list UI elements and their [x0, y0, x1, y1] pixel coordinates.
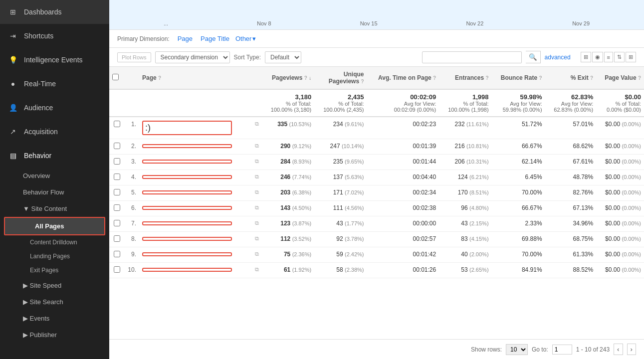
summary-exit-pct: 62.83% Avg for View: 62.83% (0.00%)	[545, 89, 597, 117]
col-bounce-rate[interactable]: Bounce Rate ?	[492, 67, 545, 89]
pv-help-icon[interactable]: ?	[304, 75, 307, 81]
row-page-3[interactable]	[139, 170, 252, 185]
sidebar-site-search[interactable]: ▶ Site Search	[0, 294, 109, 310]
data-table-container: Page ? Pageviews ? ↓ UniquePageviews ? A…	[109, 67, 644, 339]
bar-view-btn[interactable]: ≡	[604, 52, 613, 62]
next-page-btn[interactable]: ›	[627, 344, 636, 355]
sidebar-all-pages[interactable]: All Pages	[4, 217, 105, 235]
dim-page-btn[interactable]: Page	[176, 34, 195, 43]
advanced-link[interactable]: advanced	[545, 54, 571, 61]
avgtime-help-icon[interactable]: ?	[433, 75, 436, 81]
sidebar-overview[interactable]: Overview	[0, 168, 109, 184]
pie-view-btn[interactable]: ◉	[592, 52, 603, 62]
row-checkbox-1[interactable]	[109, 139, 124, 155]
sidebar-landing-pages[interactable]: Landing Pages	[0, 249, 109, 263]
show-rows-select[interactable]: 10	[506, 344, 528, 355]
row-page-6[interactable]	[139, 216, 252, 232]
page-help-icon[interactable]: ?	[158, 75, 161, 81]
col-unique-pv[interactable]: UniquePageviews ?	[314, 67, 367, 89]
upv-help-icon[interactable]: ?	[361, 79, 364, 84]
row-checkbox-2[interactable]	[109, 155, 124, 170]
sidebar-item-audience[interactable]: 👤 Audience	[0, 96, 109, 120]
row-checkbox-6[interactable]	[109, 216, 124, 232]
row-link-icon-9[interactable]: ⧉	[252, 263, 262, 278]
secondary-dim-select[interactable]: Secondary dimension	[155, 51, 230, 63]
row-link-icon-0[interactable]: ⧉	[252, 117, 262, 139]
sort-type-select[interactable]: Default	[265, 51, 301, 63]
summary-page-value: $0.00 % of Total: 0.00% ($0.00)	[596, 89, 644, 117]
row-page-2[interactable]	[139, 155, 252, 170]
compare-view-btn[interactable]: ⇅	[614, 52, 625, 62]
table-view-btn[interactable]: ⊞	[581, 52, 591, 62]
table-row: 1. :) ⧉ 335 (10.53%) 234 (9.61%) 00:02:2…	[109, 117, 644, 139]
row-page-9[interactable]	[139, 263, 252, 278]
row-link-icon-2[interactable]: ⧉	[252, 155, 262, 170]
row-page-7[interactable]	[139, 232, 252, 247]
col-page-value[interactable]: Page Value ?	[596, 67, 644, 89]
row-checkbox-7[interactable]	[109, 232, 124, 247]
sidebar-item-intelligence-events[interactable]: 💡 Intelligence Events	[0, 48, 109, 72]
date-label-dots: ...	[164, 20, 168, 26]
col-entrances[interactable]: Entrances ?	[439, 67, 491, 89]
goto-input[interactable]	[552, 345, 572, 355]
prev-page-btn[interactable]: ‹	[614, 344, 623, 355]
row-link-icon-7[interactable]: ⧉	[252, 232, 262, 247]
sidebar-item-real-time[interactable]: ● Real-Time	[0, 72, 109, 96]
row-link-icon-1[interactable]: ⧉	[252, 139, 262, 155]
row-checkbox-8[interactable]	[109, 247, 124, 263]
row-page-1[interactable]	[139, 139, 252, 155]
search-input[interactable]	[422, 51, 522, 63]
clock-icon: ●	[8, 79, 18, 89]
row-checkbox-3[interactable]	[109, 170, 124, 185]
row-checkbox-0[interactable]	[109, 117, 124, 139]
row-checkbox-4[interactable]	[109, 185, 124, 201]
sidebar-exit-pages[interactable]: Exit Pages	[0, 263, 109, 277]
pval-help-icon[interactable]: ?	[638, 75, 641, 81]
table-row: 2. ⧉ 290 (9.12%) 247 (10.14%) 00:01:39 2…	[109, 139, 644, 155]
row-page-8[interactable]	[139, 247, 252, 263]
goto-label: Go to:	[532, 346, 548, 353]
row-link-icon-4[interactable]: ⧉	[252, 185, 262, 201]
summary-entrances: 1,998 % of Total: 100.00% (1,998)	[439, 89, 491, 117]
sidebar-content-drilldown[interactable]: Content Drilldown	[0, 235, 109, 249]
row-link-icon-5[interactable]: ⧉	[252, 201, 262, 216]
col-pageviews[interactable]: Pageviews ? ↓	[262, 67, 314, 89]
sidebar-publisher[interactable]: ▶ Publisher	[0, 327, 109, 343]
dim-other-btn[interactable]: Other ▾	[235, 35, 256, 42]
row-link-icon-3[interactable]: ⧉	[252, 170, 262, 185]
summary-pageviews: 3,180 % of Total: 100.00% (3,180)	[262, 89, 314, 117]
row-link-icon-8[interactable]: ⧉	[252, 247, 262, 263]
sidebar-site-content[interactable]: ▼ Site Content	[0, 200, 109, 217]
sidebar-site-speed[interactable]: ▶ Site Speed	[0, 277, 109, 294]
sidebar-behavior-flow[interactable]: Behavior Flow	[0, 184, 109, 200]
sort-type-label: Sort Type:	[234, 54, 261, 61]
table-row: 5. ⧉ 203 (6.38%) 171 (7.02%) 00:02:34 17…	[109, 185, 644, 201]
sidebar-item-shortcuts[interactable]: ⇥ Shortcuts	[0, 24, 109, 48]
behavior-icon: ▤	[8, 151, 18, 161]
col-avg-time[interactable]: Avg. Time on Page ?	[367, 67, 439, 89]
sidebar-item-behavior[interactable]: ▤ Behavior	[0, 144, 109, 168]
sidebar-item-dashboards[interactable]: ⊞ Dashboards	[0, 0, 109, 24]
exit-help-icon[interactable]: ?	[590, 75, 593, 81]
row-page-4[interactable]	[139, 185, 252, 201]
row-bounce-rate-9: 84.91%	[492, 263, 545, 278]
col-exit-pct[interactable]: % Exit ?	[545, 67, 597, 89]
search-button[interactable]: 🔍	[526, 51, 541, 63]
pivot-view-btn[interactable]: ⊞	[626, 52, 636, 62]
summary-unique-pv: 2,435 % of Total: 100.00% (2,435)	[314, 89, 367, 117]
sidebar-events[interactable]: ▶ Events	[0, 310, 109, 327]
ent-help-icon[interactable]: ?	[485, 75, 488, 81]
sidebar-item-acquisition[interactable]: ↗ Acquisition	[0, 120, 109, 144]
select-all-checkbox[interactable]	[112, 74, 119, 80]
row-page-0[interactable]: :)	[139, 117, 252, 139]
row-link-icon-6[interactable]: ⧉	[252, 216, 262, 232]
row-checkbox-5[interactable]	[109, 201, 124, 216]
row-checkbox-9[interactable]	[109, 263, 124, 278]
col-checkbox	[109, 67, 124, 89]
dim-page-title-btn[interactable]: Page Title	[199, 34, 231, 43]
br-help-icon[interactable]: ?	[539, 75, 542, 81]
col-page[interactable]: Page ?	[139, 67, 252, 89]
plot-rows-btn[interactable]: Plot Rows	[117, 52, 151, 62]
row-page-5[interactable]	[139, 201, 252, 216]
row-bounce-rate-1: 66.67%	[492, 139, 545, 155]
